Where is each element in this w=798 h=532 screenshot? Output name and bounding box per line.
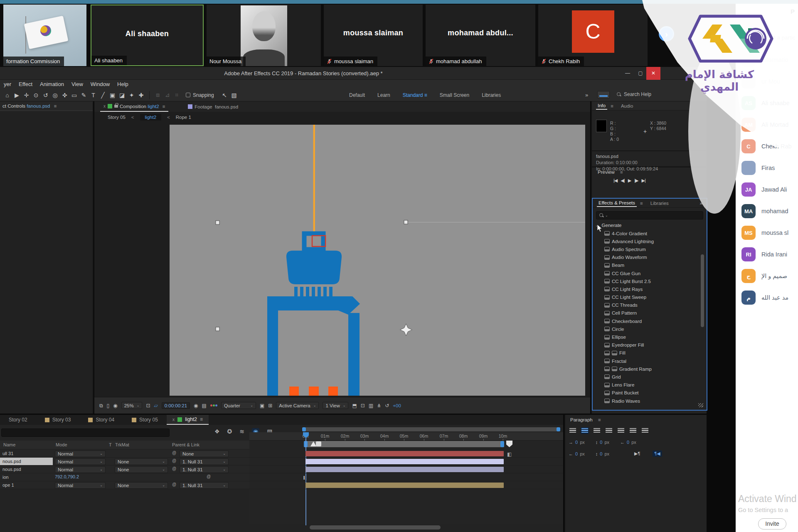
- effect-item[interactable]: Eyedropper Fill: [604, 341, 700, 349]
- justify-last-center-button[interactable]: [617, 427, 625, 434]
- effect-item[interactable]: Audio Spectrum: [604, 245, 700, 253]
- participant-row[interactable]: ح صميم و الإ: [741, 265, 798, 287]
- panel-menu-icon[interactable]: ≡: [54, 103, 57, 108]
- layer-row[interactable]: nous.psd Normal⌄ None⌄ @ 1. Null 31⌄: [0, 458, 563, 466]
- resolution-dropdown[interactable]: Quarter⌄: [221, 402, 256, 409]
- tool-icon[interactable]: ✦: [127, 92, 136, 99]
- position-value[interactable]: 792.0,790.2: [55, 474, 79, 479]
- layer-name[interactable]: nous.psd: [0, 458, 53, 465]
- effect-item[interactable]: CC Light Rays: [604, 285, 700, 293]
- tool-icon[interactable]: ↖: [220, 92, 229, 99]
- footage-tab[interactable]: Footage fanous.psd: [182, 104, 241, 109]
- justify-last-right-button[interactable]: [629, 427, 637, 434]
- transport-button[interactable]: ▶: [628, 178, 631, 183]
- tool-icon[interactable]: ⊙: [31, 92, 41, 99]
- blend-mode-dropdown[interactable]: Normal⌄: [55, 482, 106, 489]
- panel-resize-grip[interactable]: [698, 403, 703, 407]
- tab-info[interactable]: Info: [596, 102, 607, 110]
- workspace-tab[interactable]: Learn: [377, 92, 390, 98]
- effect-item[interactable]: Grid: [604, 373, 700, 381]
- minimize-button[interactable]: —: [621, 67, 635, 80]
- parent-dropdown[interactable]: None⌄: [180, 451, 229, 457]
- viewer-bar-icon[interactable]: ▥: [369, 403, 373, 409]
- menu-item[interactable]: View: [71, 81, 83, 87]
- timeline-horizontal-scrollbar[interactable]: [310, 525, 441, 530]
- video-tile[interactable]: C Chekh Rabih: [538, 5, 648, 66]
- layer-duration-bar[interactable]: [305, 459, 504, 464]
- work-area-bar[interactable]: [304, 441, 504, 447]
- tool-icon[interactable]: ▣: [108, 92, 117, 99]
- composition-canvas[interactable]: [170, 125, 585, 396]
- menu-item[interactable]: Animation: [40, 81, 64, 87]
- viewer-bar-icon[interactable]: ◉: [113, 403, 117, 409]
- justify-last-left-button[interactable]: [605, 427, 613, 434]
- layer-name[interactable]: ion: [0, 473, 53, 481]
- transport-button[interactable]: |▶: [634, 178, 638, 183]
- parent-dropdown[interactable]: 1. Null 31⌄: [180, 458, 229, 465]
- trkmat-dropdown[interactable]: None⌄: [115, 458, 168, 465]
- tool-icon[interactable]: T: [89, 92, 98, 99]
- panel-menu-icon[interactable]: ≡: [611, 103, 613, 108]
- layer-row[interactable]: ion 792.0,790.2 @: [0, 473, 563, 481]
- rtl-direction-button[interactable]: ¶◀: [653, 451, 662, 457]
- panel-menu-icon[interactable]: ≡: [200, 416, 203, 422]
- magnification-dropdown[interactable]: 25%⌄: [121, 402, 143, 409]
- layer-duration-bar[interactable]: [305, 451, 504, 456]
- tool-icon[interactable]: ◎: [50, 92, 60, 99]
- tool-icon[interactable]: ▶: [12, 92, 22, 99]
- col-parent[interactable]: Parent & Link: [172, 442, 200, 447]
- blend-mode-dropdown[interactable]: Normal⌄: [55, 458, 106, 465]
- timeline-tab[interactable]: Story 05: [123, 415, 167, 425]
- tool-icon[interactable]: ⌂: [2, 92, 12, 99]
- blend-mode-dropdown[interactable]: Normal⌄: [55, 466, 106, 473]
- work-area-bar-top[interactable]: [302, 427, 560, 431]
- timeline-tab[interactable]: x light2 ≡: [167, 415, 209, 425]
- timeline-tab[interactable]: Story 03: [36, 415, 80, 425]
- effect-item[interactable]: Cell Pattern: [604, 309, 700, 317]
- workspace-tab[interactable]: Standard ≡: [403, 92, 427, 98]
- viewer-bar-icon[interactable]: ⬒: [352, 403, 357, 409]
- effect-item[interactable]: Ellipse: [604, 333, 700, 341]
- effect-item[interactable]: CC Light Sweep: [604, 293, 700, 301]
- restore-button[interactable]: ▢: [633, 67, 648, 80]
- next-participants-button[interactable]: ›: [659, 26, 674, 42]
- tool-icon[interactable]: ✎: [79, 92, 89, 99]
- camera-dropdown[interactable]: Active Camera⌄: [276, 402, 319, 409]
- align-left-button[interactable]: [569, 427, 577, 434]
- menu-item[interactable]: Effect: [19, 81, 32, 87]
- menu-item[interactable]: Help: [117, 81, 128, 87]
- breadcrumb-prev[interactable]: Story 05: [108, 115, 126, 120]
- transport-button[interactable]: ▶|: [641, 178, 645, 183]
- participant-row[interactable]: C Chekh Rab: [741, 135, 798, 157]
- tool-icon[interactable]: ▭: [69, 92, 79, 99]
- participant-row[interactable]: MA mohamad: [741, 200, 798, 222]
- effect-item[interactable]: Audio Waveform: [604, 254, 700, 261]
- trkmat-dropdown[interactable]: None⌄: [115, 466, 168, 473]
- col-trkmat[interactable]: TrkMat: [115, 442, 129, 447]
- tab-audio[interactable]: Audio: [621, 103, 633, 108]
- tool-icon[interactable]: ▧: [229, 92, 239, 99]
- timeline-switch-icon[interactable]: ❖: [214, 428, 220, 435]
- workspace-tab[interactable]: Default: [349, 92, 365, 98]
- timeline-switch-icon[interactable]: ≋: [239, 428, 244, 435]
- viewer-bar-icon[interactable]: ◉: [194, 403, 198, 409]
- parent-pickwhip-icon[interactable]: @: [172, 466, 176, 471]
- timeline-search-field[interactable]: [1, 429, 170, 437]
- property-pickwhip-icon[interactable]: @: [207, 474, 211, 479]
- breadcrumb-current[interactable]: light2: [140, 114, 162, 121]
- col-t[interactable]: T: [109, 442, 112, 447]
- tool-icon[interactable]: ◪: [117, 92, 127, 99]
- video-tile[interactable]: formation Commission: [3, 5, 86, 66]
- effects-scrollbar[interactable]: [701, 254, 704, 327]
- viewer-bar-icon[interactable]: ▱: [154, 403, 158, 409]
- timeline-tab[interactable]: Story 04: [79, 415, 123, 425]
- first-line-indent-field[interactable]: ← 0px: [569, 451, 585, 456]
- video-tile[interactable]: mohamad abdul... mohamad abdullah: [426, 5, 535, 66]
- effect-controls-tab[interactable]: ct Controls fanous.psd ≡: [0, 101, 93, 111]
- participant-row[interactable]: AM Ali Mortad: [741, 114, 798, 135]
- align-center-button[interactable]: [581, 427, 589, 434]
- col-mode[interactable]: Mode: [56, 442, 67, 447]
- layer-name[interactable]: ull 31: [0, 450, 53, 457]
- tab-close-icon[interactable]: x: [172, 417, 175, 422]
- invite-button[interactable]: Invite: [758, 518, 786, 530]
